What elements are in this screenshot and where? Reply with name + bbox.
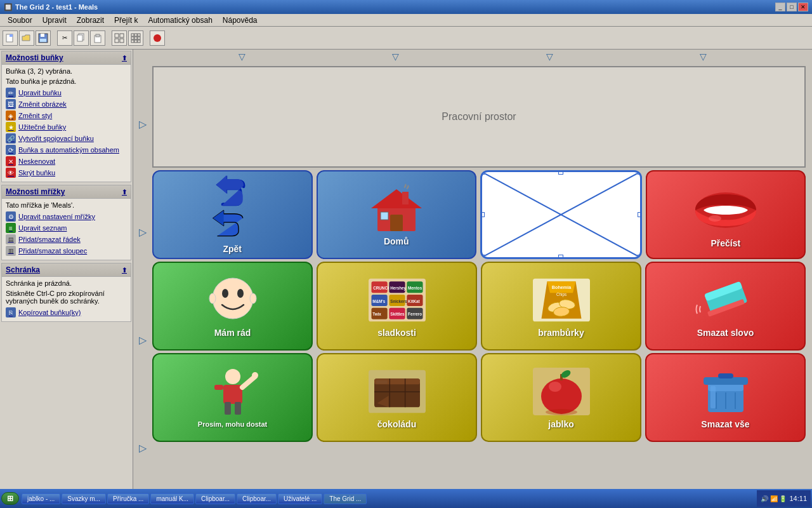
candy-svg: CRUNCH Hershey Mentos M&M's Snickers bbox=[369, 276, 426, 324]
cell-jablko[interactable]: jablko bbox=[481, 353, 641, 442]
cell-info-1: Buňka (3, 2) vybrána. bbox=[6, 67, 127, 75]
hide-cell-link[interactable]: 👁 Skrýt buňku bbox=[6, 168, 127, 178]
chocolate-svg bbox=[369, 368, 426, 415]
handle-mr bbox=[638, 212, 642, 217]
cell-mam-rad[interactable]: Mám rád bbox=[152, 262, 313, 351]
taskbar-uzivatele[interactable]: Uživatelé ... bbox=[278, 493, 322, 504]
nav-left-arrow-3[interactable]: ▷ bbox=[139, 334, 147, 346]
svg-text:Skittles: Skittles bbox=[390, 312, 405, 316]
tb-cut[interactable]: ✂ bbox=[57, 30, 72, 46]
cell-domu[interactable]: Domů bbox=[317, 170, 477, 259]
tb-save[interactable] bbox=[36, 30, 51, 46]
svg-point-31 bbox=[709, 215, 721, 222]
cell-mam-rad-label: Mám rád bbox=[214, 328, 251, 338]
taskbar-jablko[interactable]: jablko - ... bbox=[22, 493, 60, 504]
cell-cokoladu[interactable]: čokoládu bbox=[317, 353, 477, 442]
handle-tm bbox=[558, 170, 563, 175]
svg-rect-3 bbox=[41, 34, 44, 37]
tb-open[interactable] bbox=[19, 30, 34, 46]
menu-soubor[interactable]: Soubor bbox=[3, 15, 37, 26]
tb-record[interactable] bbox=[150, 30, 165, 46]
grid-info: Tato mřížka je 'Meals'. bbox=[6, 201, 127, 209]
taskbar-clipboard2[interactable]: Clipboar... bbox=[237, 493, 277, 504]
scroll-arrow-4[interactable]: ▽ bbox=[700, 51, 707, 62]
cell-precist[interactable]: Přečíst bbox=[646, 170, 806, 259]
start-button[interactable]: ⊞ bbox=[1, 492, 19, 505]
close-button[interactable]: ✕ bbox=[798, 3, 808, 11]
clipboard-panel: Schránka ⬆ Schránka je prázdná. Stisknět… bbox=[1, 263, 131, 322]
taskbar-clipboard1[interactable]: Clipboar... bbox=[195, 493, 235, 504]
taskbar-svazky[interactable]: Svazky m... bbox=[62, 493, 106, 504]
tb-copy[interactable] bbox=[74, 30, 89, 46]
svg-rect-15 bbox=[138, 34, 140, 36]
svg-rect-21 bbox=[138, 40, 140, 43]
selection-x-icon bbox=[482, 172, 640, 257]
cell-smazat-vse[interactable]: Smazat vše bbox=[645, 353, 806, 442]
back-arrow-svg bbox=[197, 210, 267, 241]
auto-content-link[interactable]: ⟳ Buňka s automatickým obsahem bbox=[6, 145, 127, 155]
scroll-arrow-1[interactable]: ▽ bbox=[239, 51, 246, 62]
tb-paste[interactable] bbox=[90, 30, 105, 46]
svg-rect-95 bbox=[710, 386, 716, 408]
svg-rect-16 bbox=[131, 37, 134, 39]
no-scan-link[interactable]: ✕ Neskenovat bbox=[6, 156, 127, 166]
add-delete-col-link[interactable]: ▥ Přidat/smazat sloupec bbox=[6, 246, 127, 256]
svg-rect-80 bbox=[376, 380, 387, 383]
cell-options-header[interactable]: Možnosti buňky ⬆ bbox=[2, 51, 131, 65]
svg-text:M&M's: M&M's bbox=[372, 298, 386, 303]
cell-zpet[interactable]: Zpět bbox=[152, 170, 313, 259]
tb-grid2[interactable] bbox=[128, 30, 143, 46]
scroll-arrow-3[interactable]: ▽ bbox=[546, 51, 553, 62]
svg-text:CRUNCH: CRUNCH bbox=[373, 285, 391, 290]
create-link-cell[interactable]: 🔗 Vytvořit spojovací buňku bbox=[6, 133, 127, 144]
taskbar: ⊞ jablko - ... Svazky m... Příručka ... … bbox=[0, 489, 812, 508]
cell-sladkosti[interactable]: CRUNCH Hershey Mentos M&M's Snickers bbox=[317, 262, 477, 351]
minimize-button[interactable]: _ bbox=[775, 3, 785, 11]
add-delete-row-link[interactable]: ▤ Přidat/smazat řádek bbox=[6, 234, 127, 244]
edit-list-link[interactable]: ≡ Upravit seznam bbox=[6, 223, 127, 233]
nav-left-arrow-1[interactable]: ▷ bbox=[139, 118, 147, 130]
cell-prosim[interactable]: Prosím, mohu dostat bbox=[152, 353, 313, 442]
edit-cell-link[interactable]: ✏ Upravit buňku bbox=[6, 88, 127, 98]
taskbar-thegrid[interactable]: The Grid ... bbox=[324, 493, 367, 504]
copy-cells-link[interactable]: ⎘ Kopírovat buňku(ky) bbox=[6, 307, 127, 318]
clipboard-header[interactable]: Schránka ⬆ bbox=[2, 264, 131, 277]
menu-automaticky[interactable]: Automatický obsah bbox=[143, 15, 217, 26]
svg-rect-18 bbox=[138, 37, 140, 39]
menu-upravit[interactable]: Upravit bbox=[37, 15, 72, 26]
nav-left-arrow-4[interactable]: ▷ bbox=[139, 442, 147, 454]
cell-bramburky[interactable]: Bohemia Chips brambůrky bbox=[481, 262, 641, 351]
tb-grid1[interactable] bbox=[112, 30, 127, 46]
grid-options-header[interactable]: Možnosti mřížky ⬆ bbox=[2, 185, 131, 199]
cell-options-panel: Možnosti buňky ⬆ Buňka (3, 2) vybrána. T… bbox=[1, 51, 131, 182]
nav-left-arrow-2[interactable]: ▷ bbox=[139, 226, 147, 238]
svg-rect-27 bbox=[381, 212, 388, 220]
svg-rect-6 bbox=[77, 35, 82, 41]
taskbar-prirucka[interactable]: Příručka ... bbox=[107, 493, 149, 504]
cell-empty-selected[interactable] bbox=[480, 170, 642, 259]
svg-rect-1 bbox=[10, 34, 13, 37]
change-style-link[interactable]: ◈ Změnit styl bbox=[6, 110, 127, 121]
back-arrow-icon bbox=[204, 175, 261, 210]
svg-text:Ferrero: Ferrero bbox=[408, 312, 422, 316]
svg-point-33 bbox=[222, 289, 228, 298]
maximize-button[interactable]: □ bbox=[787, 3, 797, 11]
taskbar-clock: 14:11 bbox=[789, 495, 807, 502]
svg-marker-24 bbox=[371, 189, 422, 208]
svg-rect-20 bbox=[134, 40, 137, 43]
menu-napoveda[interactable]: Nápověda bbox=[218, 15, 263, 26]
svg-rect-71 bbox=[214, 385, 223, 390]
grid-options-panel: Možnosti mřížky ⬆ Tato mřížka je 'Meals'… bbox=[1, 185, 131, 260]
clipboard-content: Schránka je prázdná. Stiskněte Ctrl-C pr… bbox=[2, 277, 131, 321]
svg-text:Mentos: Mentos bbox=[408, 285, 422, 290]
menu-prejit[interactable]: Přejít k bbox=[109, 15, 143, 26]
useful-cells-link[interactable]: ★ Užitečné buňky bbox=[6, 122, 127, 132]
handle-bl bbox=[480, 255, 485, 259]
menu-zobrazit[interactable]: Zobrazit bbox=[72, 15, 109, 26]
taskbar-manual[interactable]: manuál K... bbox=[150, 493, 194, 504]
scroll-arrow-2[interactable]: ▽ bbox=[392, 51, 399, 62]
tb-new[interactable] bbox=[3, 30, 18, 46]
cell-smazat-slovo[interactable]: Smazat slovo bbox=[645, 262, 806, 351]
change-image-link[interactable]: 🖼 Změnit obrázek bbox=[6, 99, 127, 109]
grid-settings-link[interactable]: ⚙ Upravit nastavení mřížky bbox=[6, 211, 127, 222]
